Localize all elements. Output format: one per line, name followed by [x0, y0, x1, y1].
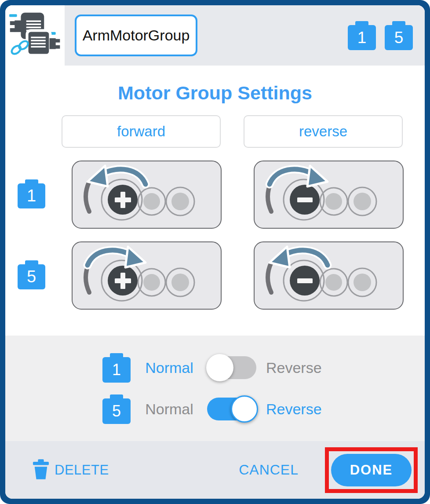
done-button[interactable]: DONE	[331, 454, 412, 486]
motor-direction-card-port5-reverse	[254, 241, 404, 310]
normal-label: Normal	[140, 359, 198, 376]
motor-group-link-icon	[9, 8, 61, 63]
minus-sign-icon	[297, 197, 313, 202]
toggle-knob[interactable]	[231, 395, 258, 423]
motor-group-name-input[interactable]	[75, 15, 197, 56]
normal-label: Normal	[140, 401, 198, 418]
reverse-column-header: reverse	[244, 115, 403, 148]
row-port-badge-cell: 1	[5, 161, 72, 229]
polarity-port-badge-5: 5	[102, 398, 131, 424]
row-port-badge-cell: 5	[5, 241, 72, 310]
dialog-header: 1 5	[5, 5, 425, 66]
reverse-label: Reverse	[266, 401, 328, 418]
cancel-button[interactable]: CANCEL	[239, 462, 299, 478]
motor-group-tab	[5, 5, 65, 66]
motor-direction-card-port1-forward	[72, 161, 222, 229]
trash-icon	[33, 459, 49, 481]
header-port-badge-5: 5	[385, 25, 413, 50]
row-port-badge-1: 1	[18, 183, 45, 208]
reverse-label: Reverse	[266, 359, 328, 376]
counterclockwise-arrow-icon	[87, 166, 146, 186]
clockwise-arrow-icon	[87, 247, 146, 267]
dialog-body: 1 5 Motor Group Settings forward reverse…	[5, 5, 425, 499]
clockwise-arrow-icon	[270, 166, 328, 186]
forward-column-header: forward	[62, 115, 221, 148]
polarity-port-badge-1: 1	[102, 357, 131, 383]
reverse-toggle-port1[interactable]	[207, 356, 256, 379]
header-port-badge-1: 1	[348, 25, 376, 50]
motor-direction-grid: forward reverse 1	[5, 115, 425, 310]
polarity-row-port5: 5 Normal Reverse	[102, 389, 328, 429]
done-highlight-annotation: DONE	[325, 447, 418, 493]
minus-sign-icon	[297, 278, 313, 283]
reverse-toggle-port5[interactable]	[207, 398, 256, 420]
settings-main: Motor Group Settings forward reverse 1	[5, 66, 425, 336]
page-title: Motor Group Settings	[5, 82, 425, 104]
toggle-knob[interactable]	[206, 354, 233, 381]
dialog-footer: DELETE CANCEL DONE	[5, 441, 425, 499]
motor-direction-card-port1-reverse	[254, 161, 404, 229]
motor-direction-card-port5-forward	[72, 241, 222, 310]
delete-button[interactable]: DELETE	[33, 459, 109, 481]
header-strip: 1 5	[65, 5, 425, 66]
polarity-row-port1: 1 Normal Reverse	[102, 348, 328, 387]
delete-button-label: DELETE	[55, 462, 109, 478]
counterclockwise-arrow-icon	[270, 247, 328, 267]
row-port-badge-5: 5	[18, 264, 45, 289]
header-port-badges: 1 5	[348, 21, 413, 50]
motor-group-settings-dialog: 1 5 Motor Group Settings forward reverse…	[0, 0, 430, 504]
polarity-section: 1 Normal Reverse 5 Normal Reverse	[5, 336, 425, 441]
